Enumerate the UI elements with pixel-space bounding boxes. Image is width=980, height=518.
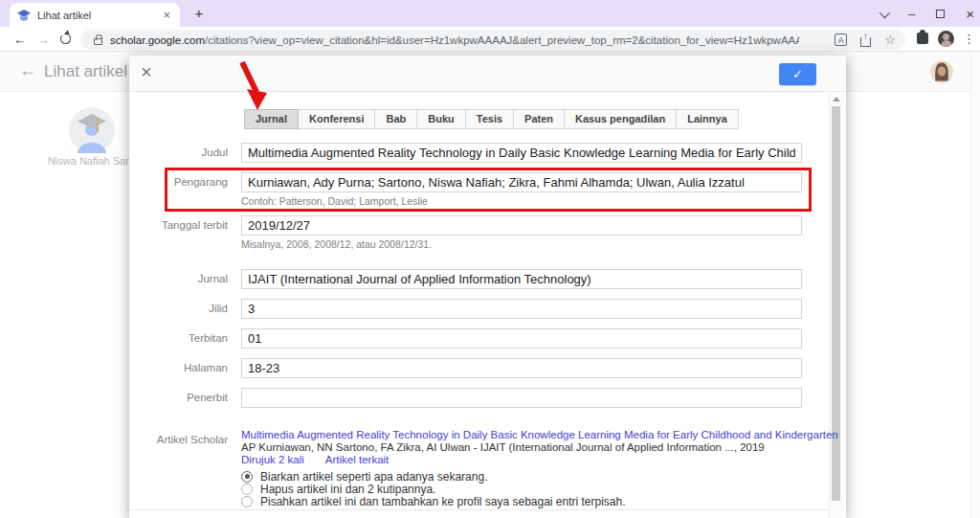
- tab-close-icon[interactable]: ×: [161, 8, 172, 22]
- restore-icon[interactable]: [936, 5, 945, 22]
- nav-back-icon[interactable]: ←: [13, 32, 27, 47]
- label-artikel-scholar: Artikel Scholar: [129, 434, 228, 445]
- tab-tesis[interactable]: Tesis: [465, 109, 514, 129]
- bookmark-star-icon[interactable]: ☆: [884, 34, 896, 46]
- halaman-input[interactable]: [241, 358, 802, 378]
- account-avatar[interactable]: [930, 60, 953, 83]
- terbitan-input[interactable]: [241, 328, 802, 349]
- annotation-highlight-rect: [165, 168, 812, 212]
- label-tanggal-terbit: Tanggal terbit: [129, 219, 228, 231]
- browser-menu-icon[interactable]: ⋮: [963, 32, 975, 46]
- tab-title: Lihat artikel: [37, 10, 161, 21]
- cited-by-link[interactable]: Dirujuk 2 kali: [241, 454, 304, 465]
- penerbit-input[interactable]: [241, 388, 802, 408]
- related-articles-link[interactable]: Artikel terkait: [325, 454, 389, 465]
- radio-selected-icon[interactable]: [241, 471, 253, 483]
- radio-icon[interactable]: [241, 496, 253, 507]
- save-check-button[interactable]: ✓: [779, 63, 816, 85]
- tab-paten[interactable]: Paten: [513, 109, 565, 129]
- tanggal-terbit-hint: Misalnya, 2008, 2008/12, atau 2008/12/31…: [241, 238, 432, 250]
- citation-type-tabs: Jurnal Konferensi Bab Buku Tesis Paten K…: [245, 109, 739, 129]
- tab-lainnya[interactable]: Lainnya: [676, 109, 739, 129]
- option-keep-article[interactable]: Biarkan artikel seperti apa adanya sekar…: [241, 470, 487, 483]
- browser-window: Lihat artikel × + – × ← → scholar.google…: [0, 0, 980, 518]
- nav-forward-icon[interactable]: →: [36, 32, 50, 47]
- translate-icon[interactable]: A: [835, 34, 847, 46]
- label-jurnal: Jurnal: [129, 273, 228, 284]
- divider: [129, 509, 829, 510]
- label-halaman: Halaman: [129, 362, 228, 373]
- page-scrollbar[interactable]: [970, 52, 980, 518]
- tab-bab[interactable]: Bab: [374, 109, 417, 129]
- new-tab-button[interactable]: +: [189, 4, 209, 23]
- url-bar[interactable]: scholar.google.com/citations?view_op=vie…: [80, 30, 905, 50]
- browser-tabstrip: Lihat artikel × + – ×: [0, 0, 980, 27]
- option-delete-article[interactable]: Hapus artikel ini dan 2 kutipannya.: [241, 483, 435, 495]
- share-icon[interactable]: [860, 37, 871, 47]
- article-title-link[interactable]: Multimedia Augmented Reality Technology …: [241, 429, 838, 440]
- minimize-icon[interactable]: –: [908, 8, 915, 20]
- page-back-icon[interactable]: ←: [19, 60, 36, 80]
- option-split-article[interactable]: Pisahkan artikel ini dan tambahkan ke pr…: [241, 495, 626, 507]
- article-byline: AP Kurniawan, NN Sartono, FA Zikra, AI U…: [241, 441, 765, 453]
- modal-close-icon[interactable]: ×: [141, 61, 152, 83]
- browser-tab[interactable]: Lihat artikel ×: [10, 3, 180, 27]
- tab-buku[interactable]: Buku: [416, 109, 466, 129]
- label-terbitan: Terbitan: [129, 332, 228, 344]
- lock-icon: [94, 38, 102, 45]
- annotation-arrow: [235, 59, 274, 113]
- url-domain: scholar.google.com: [110, 34, 205, 46]
- scrollbar-up-icon[interactable]: [833, 97, 840, 101]
- judul-input[interactable]: [241, 143, 802, 163]
- scholar-profile-avatar: [69, 107, 115, 153]
- window-dropdown-icon[interactable]: [880, 5, 887, 22]
- tanggal-terbit-input[interactable]: [241, 215, 802, 236]
- radio-icon[interactable]: [241, 484, 253, 495]
- window-close-icon[interactable]: ×: [966, 7, 974, 21]
- extensions-puzzle-icon[interactable]: [917, 33, 928, 44]
- label-jilid: Jilid: [129, 303, 228, 314]
- refresh-icon[interactable]: [60, 34, 71, 44]
- label-penerbit: Penerbit: [129, 392, 228, 403]
- url-path: /citations?view_op=view_citation&hl=id&u…: [205, 34, 799, 46]
- scholar-favicon: [17, 9, 31, 22]
- edit-citation-modal: × ✓ Jurnal Konferensi Bab Buku Tesis Pat…: [129, 56, 846, 518]
- jurnal-input[interactable]: [241, 269, 802, 289]
- scrollbar-thumb[interactable]: [832, 106, 840, 501]
- jilid-input[interactable]: [241, 299, 802, 319]
- modal-scrollbar[interactable]: [829, 93, 842, 518]
- page-title: Lihat artikel: [44, 62, 127, 81]
- browser-profile-avatar[interactable]: [938, 31, 954, 47]
- tab-konferensi[interactable]: Konferensi: [298, 109, 375, 129]
- tab-kasus-pengadilan[interactable]: Kasus pengadilan: [564, 109, 677, 129]
- url-text: scholar.google.com/citations?view_op=vie…: [110, 34, 799, 46]
- label-judul: Judul: [129, 146, 228, 158]
